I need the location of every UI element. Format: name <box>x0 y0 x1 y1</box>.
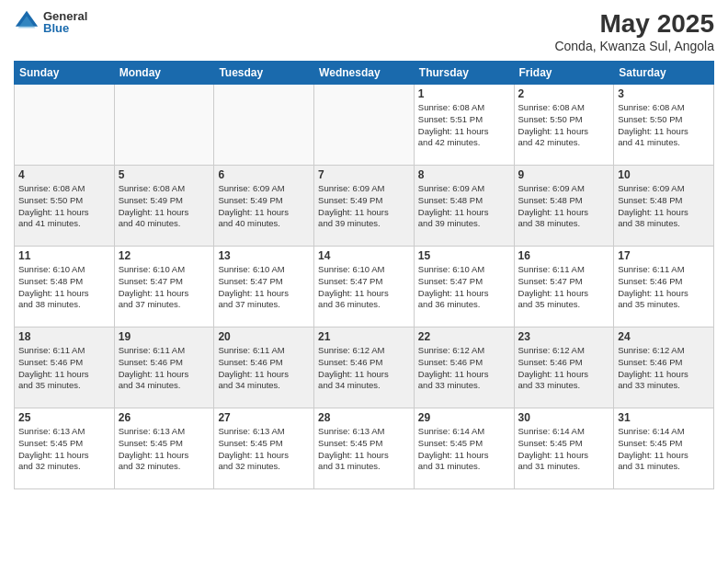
cell-content: Sunrise: 6:09 AMSunset: 5:49 PMDaylight:… <box>218 183 310 230</box>
cell-content: Sunrise: 6:09 AMSunset: 5:48 PMDaylight:… <box>618 183 710 230</box>
day-number: 7 <box>318 168 410 181</box>
calendar-cell: 31Sunrise: 6:14 AMSunset: 5:45 PMDayligh… <box>614 408 714 489</box>
calendar-cell: 4Sunrise: 6:08 AMSunset: 5:50 PMDaylight… <box>15 166 115 247</box>
cell-content: Sunrise: 6:13 AMSunset: 5:45 PMDaylight:… <box>119 426 210 473</box>
calendar-cell: 25Sunrise: 6:13 AMSunset: 5:45 PMDayligh… <box>15 408 115 489</box>
day-number: 3 <box>618 87 710 100</box>
week-row-4: 18Sunrise: 6:11 AMSunset: 5:46 PMDayligh… <box>15 327 714 408</box>
calendar-cell: 3Sunrise: 6:08 AMSunset: 5:50 PMDaylight… <box>614 85 714 166</box>
page: General Blue May 2025 Conda, Kwanza Sul,… <box>0 0 728 563</box>
day-number: 31 <box>618 411 710 424</box>
cell-content: Sunrise: 6:09 AMSunset: 5:48 PMDaylight:… <box>418 183 510 230</box>
cell-content: Sunrise: 6:08 AMSunset: 5:50 PMDaylight:… <box>618 102 710 149</box>
day-number: 29 <box>418 411 510 424</box>
calendar-cell: 7Sunrise: 6:09 AMSunset: 5:49 PMDaylight… <box>314 166 415 247</box>
day-number: 30 <box>518 411 610 424</box>
cell-content: Sunrise: 6:13 AMSunset: 5:45 PMDaylight:… <box>318 426 410 473</box>
week-row-1: 1Sunrise: 6:08 AMSunset: 5:51 PMDaylight… <box>15 85 714 166</box>
calendar-cell: 13Sunrise: 6:10 AMSunset: 5:47 PMDayligh… <box>214 247 314 327</box>
day-number: 21 <box>318 330 410 343</box>
cell-content: Sunrise: 6:11 AMSunset: 5:46 PMDaylight:… <box>119 345 210 392</box>
calendar-cell: 30Sunrise: 6:14 AMSunset: 5:45 PMDayligh… <box>514 408 614 489</box>
cell-content: Sunrise: 6:12 AMSunset: 5:46 PMDaylight:… <box>618 345 710 392</box>
calendar-cell: 9Sunrise: 6:09 AMSunset: 5:48 PMDaylight… <box>514 166 614 247</box>
calendar-cell: 29Sunrise: 6:14 AMSunset: 5:45 PMDayligh… <box>414 408 514 489</box>
day-number: 26 <box>119 411 210 424</box>
day-number: 20 <box>218 330 310 343</box>
cell-content: Sunrise: 6:08 AMSunset: 5:49 PMDaylight:… <box>119 183 210 230</box>
calendar-table: SundayMondayTuesdayWednesdayThursdayFrid… <box>14 61 714 489</box>
day-number: 22 <box>418 330 510 343</box>
logo-text: General Blue <box>43 10 87 34</box>
day-number: 11 <box>18 249 110 262</box>
calendar-cell: 22Sunrise: 6:12 AMSunset: 5:46 PMDayligh… <box>414 327 514 408</box>
cell-content: Sunrise: 6:12 AMSunset: 5:46 PMDaylight:… <box>418 345 510 392</box>
day-number: 2 <box>518 87 610 100</box>
day-number: 1 <box>418 87 510 100</box>
cell-content: Sunrise: 6:11 AMSunset: 5:46 PMDaylight:… <box>618 264 710 311</box>
calendar-cell: 5Sunrise: 6:08 AMSunset: 5:49 PMDaylight… <box>114 166 214 247</box>
day-number: 15 <box>418 249 510 262</box>
cell-content: Sunrise: 6:12 AMSunset: 5:46 PMDaylight:… <box>518 345 610 392</box>
day-header-friday: Friday <box>514 62 614 85</box>
cell-content: Sunrise: 6:09 AMSunset: 5:49 PMDaylight:… <box>318 183 410 230</box>
day-header-saturday: Saturday <box>614 62 714 85</box>
day-number: 28 <box>318 411 410 424</box>
day-number: 14 <box>318 249 410 262</box>
cell-content: Sunrise: 6:10 AMSunset: 5:47 PMDaylight:… <box>418 264 510 311</box>
cell-content: Sunrise: 6:08 AMSunset: 5:51 PMDaylight:… <box>418 102 510 149</box>
day-header-row: SundayMondayTuesdayWednesdayThursdayFrid… <box>15 62 714 85</box>
calendar-cell: 21Sunrise: 6:12 AMSunset: 5:46 PMDayligh… <box>314 327 415 408</box>
calendar-cell: 2Sunrise: 6:08 AMSunset: 5:50 PMDaylight… <box>514 85 614 166</box>
header: General Blue May 2025 Conda, Kwanza Sul,… <box>14 9 714 53</box>
day-number: 4 <box>18 168 110 181</box>
day-number: 23 <box>518 330 610 343</box>
day-number: 12 <box>119 249 210 262</box>
subtitle: Conda, Kwanza Sul, Angola <box>554 39 714 53</box>
cell-content: Sunrise: 6:11 AMSunset: 5:46 PMDaylight:… <box>218 345 310 392</box>
calendar-cell: 27Sunrise: 6:13 AMSunset: 5:45 PMDayligh… <box>214 408 314 489</box>
calendar-cell: 6Sunrise: 6:09 AMSunset: 5:49 PMDaylight… <box>214 166 314 247</box>
cell-content: Sunrise: 6:08 AMSunset: 5:50 PMDaylight:… <box>518 102 610 149</box>
calendar-cell: 19Sunrise: 6:11 AMSunset: 5:46 PMDayligh… <box>114 327 214 408</box>
day-number: 10 <box>618 168 710 181</box>
calendar-cell: 24Sunrise: 6:12 AMSunset: 5:46 PMDayligh… <box>614 327 714 408</box>
calendar-cell: 18Sunrise: 6:11 AMSunset: 5:46 PMDayligh… <box>15 327 115 408</box>
day-header-sunday: Sunday <box>15 62 115 85</box>
day-number: 17 <box>618 249 710 262</box>
day-number: 25 <box>18 411 110 424</box>
calendar-cell <box>214 85 314 166</box>
cell-content: Sunrise: 6:10 AMSunset: 5:48 PMDaylight:… <box>18 264 110 311</box>
main-title: May 2025 <box>554 9 714 39</box>
calendar-cell <box>314 85 415 166</box>
cell-content: Sunrise: 6:10 AMSunset: 5:47 PMDaylight:… <box>119 264 210 311</box>
calendar-cell: 26Sunrise: 6:13 AMSunset: 5:45 PMDayligh… <box>114 408 214 489</box>
cell-content: Sunrise: 6:12 AMSunset: 5:46 PMDaylight:… <box>318 345 410 392</box>
cell-content: Sunrise: 6:13 AMSunset: 5:45 PMDaylight:… <box>18 426 110 473</box>
cell-content: Sunrise: 6:11 AMSunset: 5:46 PMDaylight:… <box>18 345 110 392</box>
day-number: 9 <box>518 168 610 181</box>
calendar-cell: 17Sunrise: 6:11 AMSunset: 5:46 PMDayligh… <box>614 247 714 327</box>
calendar-cell <box>15 85 115 166</box>
calendar-cell: 12Sunrise: 6:10 AMSunset: 5:47 PMDayligh… <box>114 247 214 327</box>
cell-content: Sunrise: 6:14 AMSunset: 5:45 PMDaylight:… <box>518 426 610 473</box>
calendar-cell: 10Sunrise: 6:09 AMSunset: 5:48 PMDayligh… <box>614 166 714 247</box>
logo-icon <box>14 9 40 35</box>
calendar-cell: 14Sunrise: 6:10 AMSunset: 5:47 PMDayligh… <box>314 247 415 327</box>
day-number: 8 <box>418 168 510 181</box>
week-row-5: 25Sunrise: 6:13 AMSunset: 5:45 PMDayligh… <box>15 408 714 489</box>
day-number: 19 <box>119 330 210 343</box>
cell-content: Sunrise: 6:10 AMSunset: 5:47 PMDaylight:… <box>218 264 310 311</box>
cell-content: Sunrise: 6:11 AMSunset: 5:47 PMDaylight:… <box>518 264 610 311</box>
cell-content: Sunrise: 6:08 AMSunset: 5:50 PMDaylight:… <box>18 183 110 230</box>
day-number: 13 <box>218 249 310 262</box>
day-number: 5 <box>119 168 210 181</box>
cell-content: Sunrise: 6:10 AMSunset: 5:47 PMDaylight:… <box>318 264 410 311</box>
cell-content: Sunrise: 6:14 AMSunset: 5:45 PMDaylight:… <box>618 426 710 473</box>
logo-blue-text: Blue <box>43 22 87 34</box>
week-row-3: 11Sunrise: 6:10 AMSunset: 5:48 PMDayligh… <box>15 247 714 327</box>
calendar-cell: 28Sunrise: 6:13 AMSunset: 5:45 PMDayligh… <box>314 408 415 489</box>
day-number: 18 <box>18 330 110 343</box>
calendar-cell: 16Sunrise: 6:11 AMSunset: 5:47 PMDayligh… <box>514 247 614 327</box>
day-header-thursday: Thursday <box>414 62 514 85</box>
